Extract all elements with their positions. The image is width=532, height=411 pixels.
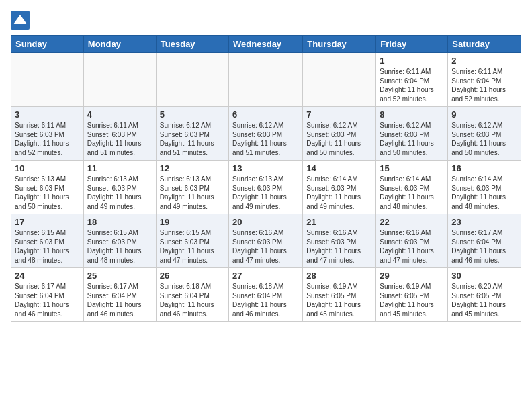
day-number: 1 bbox=[380, 56, 444, 66]
calendar-cell bbox=[303, 53, 376, 107]
cell-content: Sunrise: 6:17 AM Sunset: 6:04 PM Dayligh… bbox=[451, 228, 517, 265]
calendar-header-thursday: Thursday bbox=[303, 36, 376, 53]
logo-icon bbox=[11, 11, 30, 30]
calendar-cell: 13Sunrise: 6:13 AM Sunset: 6:03 PM Dayli… bbox=[229, 161, 303, 214]
calendar-cell: 23Sunrise: 6:17 AM Sunset: 6:04 PM Dayli… bbox=[448, 214, 521, 268]
calendar-table: SundayMondayTuesdayWednesdayThursdayFrid… bbox=[11, 35, 521, 322]
day-number: 15 bbox=[380, 163, 444, 173]
cell-content: Sunrise: 6:12 AM Sunset: 6:03 PM Dayligh… bbox=[306, 121, 372, 157]
calendar-cell bbox=[11, 53, 84, 107]
calendar-cell: 8Sunrise: 6:12 AM Sunset: 6:03 PM Daylig… bbox=[376, 107, 448, 161]
day-number: 27 bbox=[232, 271, 299, 281]
day-number: 6 bbox=[232, 109, 299, 120]
day-number: 28 bbox=[306, 271, 372, 281]
calendar-cell: 20Sunrise: 6:16 AM Sunset: 6:03 PM Dayli… bbox=[229, 214, 303, 268]
calendar-cell: 22Sunrise: 6:16 AM Sunset: 6:03 PM Dayli… bbox=[376, 214, 448, 268]
calendar-cell: 9Sunrise: 6:12 AM Sunset: 6:03 PM Daylig… bbox=[448, 107, 521, 161]
cell-content: Sunrise: 6:11 AM Sunset: 6:04 PM Dayligh… bbox=[380, 67, 444, 103]
cell-content: Sunrise: 6:11 AM Sunset: 6:03 PM Dayligh… bbox=[15, 121, 80, 157]
day-number: 25 bbox=[87, 271, 152, 281]
calendar-cell: 17Sunrise: 6:15 AM Sunset: 6:03 PM Dayli… bbox=[11, 214, 84, 268]
cell-content: Sunrise: 6:11 AM Sunset: 6:03 PM Dayligh… bbox=[87, 121, 152, 157]
calendar-cell: 21Sunrise: 6:16 AM Sunset: 6:03 PM Dayli… bbox=[303, 214, 376, 268]
cell-content: Sunrise: 6:12 AM Sunset: 6:03 PM Dayligh… bbox=[451, 121, 517, 157]
calendar-header-sunday: Sunday bbox=[11, 36, 84, 53]
calendar-cell: 25Sunrise: 6:17 AM Sunset: 6:04 PM Dayli… bbox=[83, 268, 156, 322]
cell-content: Sunrise: 6:16 AM Sunset: 6:03 PM Dayligh… bbox=[232, 228, 299, 265]
day-number: 17 bbox=[15, 217, 80, 227]
day-number: 22 bbox=[380, 217, 444, 227]
day-number: 21 bbox=[306, 217, 372, 227]
calendar-header-saturday: Saturday bbox=[448, 36, 521, 53]
calendar-cell: 10Sunrise: 6:13 AM Sunset: 6:03 PM Dayli… bbox=[11, 161, 84, 214]
day-number: 13 bbox=[232, 163, 299, 173]
calendar-week-row: 10Sunrise: 6:13 AM Sunset: 6:03 PM Dayli… bbox=[11, 161, 521, 214]
day-number: 8 bbox=[380, 109, 444, 120]
calendar-cell: 29Sunrise: 6:19 AM Sunset: 6:05 PM Dayli… bbox=[376, 268, 448, 322]
logo bbox=[11, 11, 32, 30]
cell-content: Sunrise: 6:16 AM Sunset: 6:03 PM Dayligh… bbox=[380, 228, 444, 265]
calendar-cell: 6Sunrise: 6:12 AM Sunset: 6:03 PM Daylig… bbox=[229, 107, 303, 161]
cell-content: Sunrise: 6:13 AM Sunset: 6:03 PM Dayligh… bbox=[232, 175, 299, 211]
cell-content: Sunrise: 6:15 AM Sunset: 6:03 PM Dayligh… bbox=[160, 228, 225, 265]
day-number: 4 bbox=[87, 109, 152, 120]
calendar-cell bbox=[156, 53, 228, 107]
calendar-week-row: 1Sunrise: 6:11 AM Sunset: 6:04 PM Daylig… bbox=[11, 53, 521, 107]
calendar-cell: 14Sunrise: 6:14 AM Sunset: 6:03 PM Dayli… bbox=[303, 161, 376, 214]
day-number: 26 bbox=[160, 271, 225, 281]
cell-content: Sunrise: 6:20 AM Sunset: 6:05 PM Dayligh… bbox=[451, 282, 517, 318]
calendar-cell: 27Sunrise: 6:18 AM Sunset: 6:04 PM Dayli… bbox=[229, 268, 303, 322]
calendar-cell: 5Sunrise: 6:12 AM Sunset: 6:03 PM Daylig… bbox=[156, 107, 228, 161]
day-number: 12 bbox=[160, 163, 225, 173]
calendar-cell: 11Sunrise: 6:13 AM Sunset: 6:03 PM Dayli… bbox=[83, 161, 156, 214]
day-number: 3 bbox=[15, 109, 80, 120]
day-number: 7 bbox=[306, 109, 372, 120]
day-number: 19 bbox=[160, 217, 225, 227]
cell-content: Sunrise: 6:17 AM Sunset: 6:04 PM Dayligh… bbox=[15, 282, 80, 318]
cell-content: Sunrise: 6:12 AM Sunset: 6:03 PM Dayligh… bbox=[232, 121, 299, 157]
calendar-cell: 19Sunrise: 6:15 AM Sunset: 6:03 PM Dayli… bbox=[156, 214, 228, 268]
day-number: 18 bbox=[87, 217, 152, 227]
cell-content: Sunrise: 6:13 AM Sunset: 6:03 PM Dayligh… bbox=[87, 175, 152, 211]
cell-content: Sunrise: 6:18 AM Sunset: 6:04 PM Dayligh… bbox=[232, 282, 299, 318]
day-number: 5 bbox=[160, 109, 225, 120]
cell-content: Sunrise: 6:15 AM Sunset: 6:03 PM Dayligh… bbox=[87, 228, 152, 265]
day-number: 30 bbox=[451, 271, 517, 281]
day-number: 10 bbox=[15, 163, 80, 173]
cell-content: Sunrise: 6:13 AM Sunset: 6:03 PM Dayligh… bbox=[160, 175, 225, 211]
calendar-header-row: SundayMondayTuesdayWednesdayThursdayFrid… bbox=[11, 36, 521, 53]
calendar-cell: 4Sunrise: 6:11 AM Sunset: 6:03 PM Daylig… bbox=[83, 107, 156, 161]
day-number: 24 bbox=[15, 271, 80, 281]
calendar-cell: 12Sunrise: 6:13 AM Sunset: 6:03 PM Dayli… bbox=[156, 161, 228, 214]
cell-content: Sunrise: 6:12 AM Sunset: 6:03 PM Dayligh… bbox=[160, 121, 225, 157]
cell-content: Sunrise: 6:19 AM Sunset: 6:05 PM Dayligh… bbox=[380, 282, 444, 318]
day-number: 23 bbox=[451, 217, 517, 227]
cell-content: Sunrise: 6:12 AM Sunset: 6:03 PM Dayligh… bbox=[380, 121, 444, 157]
page-header bbox=[11, 11, 521, 30]
calendar-header-friday: Friday bbox=[376, 36, 448, 53]
cell-content: Sunrise: 6:14 AM Sunset: 6:03 PM Dayligh… bbox=[306, 175, 372, 211]
calendar-cell: 7Sunrise: 6:12 AM Sunset: 6:03 PM Daylig… bbox=[303, 107, 376, 161]
day-number: 9 bbox=[451, 109, 517, 120]
cell-content: Sunrise: 6:16 AM Sunset: 6:03 PM Dayligh… bbox=[306, 228, 372, 265]
calendar-cell: 26Sunrise: 6:18 AM Sunset: 6:04 PM Dayli… bbox=[156, 268, 228, 322]
calendar-cell: 3Sunrise: 6:11 AM Sunset: 6:03 PM Daylig… bbox=[11, 107, 84, 161]
calendar-week-row: 24Sunrise: 6:17 AM Sunset: 6:04 PM Dayli… bbox=[11, 268, 521, 322]
calendar-cell: 30Sunrise: 6:20 AM Sunset: 6:05 PM Dayli… bbox=[448, 268, 521, 322]
calendar-cell: 2Sunrise: 6:11 AM Sunset: 6:04 PM Daylig… bbox=[448, 53, 521, 107]
calendar-cell: 28Sunrise: 6:19 AM Sunset: 6:05 PM Dayli… bbox=[303, 268, 376, 322]
calendar-cell: 16Sunrise: 6:14 AM Sunset: 6:03 PM Dayli… bbox=[448, 161, 521, 214]
day-number: 20 bbox=[232, 217, 299, 227]
cell-content: Sunrise: 6:15 AM Sunset: 6:03 PM Dayligh… bbox=[15, 228, 80, 265]
day-number: 14 bbox=[306, 163, 372, 173]
calendar-cell: 1Sunrise: 6:11 AM Sunset: 6:04 PM Daylig… bbox=[376, 53, 448, 107]
day-number: 29 bbox=[380, 271, 444, 281]
calendar-header-monday: Monday bbox=[83, 36, 156, 53]
calendar-cell bbox=[229, 53, 303, 107]
cell-content: Sunrise: 6:14 AM Sunset: 6:03 PM Dayligh… bbox=[451, 175, 517, 211]
calendar-header-tuesday: Tuesday bbox=[156, 36, 228, 53]
day-number: 16 bbox=[451, 163, 517, 173]
cell-content: Sunrise: 6:19 AM Sunset: 6:05 PM Dayligh… bbox=[306, 282, 372, 318]
calendar-cell bbox=[83, 53, 156, 107]
cell-content: Sunrise: 6:14 AM Sunset: 6:03 PM Dayligh… bbox=[380, 175, 444, 211]
